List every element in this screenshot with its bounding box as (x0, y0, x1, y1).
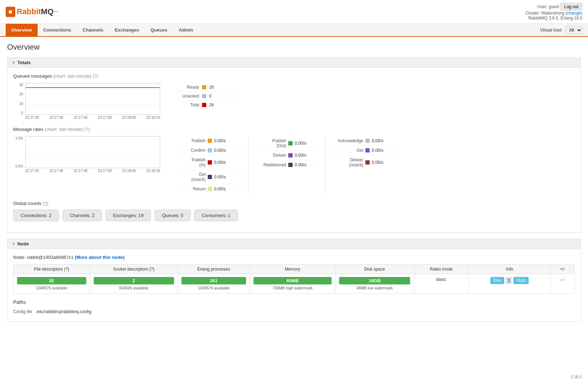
node-header[interactable]: ▼ Node (7, 239, 581, 249)
file-desc-cell: 32 1048576 available (13, 274, 90, 294)
unacked-color (202, 94, 206, 98)
rates-col3: Acknowledge 0.00/s Get 0.00/s Deliver(no… (328, 136, 399, 194)
memory-value: 60MB (254, 277, 331, 284)
count-exchanges[interactable]: Exchanges: 19 (105, 210, 151, 221)
rate-publish-out: Publish(Out) 0.00/s (251, 136, 322, 151)
stats-button[interactable]: Stats (513, 277, 529, 284)
rates-col2: Publish(Out) 0.00/s Deliver 0.00/s Redel… (251, 136, 322, 194)
node-body: Node: rabbit@1903ab6967c1 (More about th… (7, 249, 581, 321)
message-rates-chart (25, 136, 160, 168)
version-info: RabbitMQ 3.6.5, Erlang 19.0 (526, 16, 582, 21)
totals-body: Queued messages (chart: last minute) (?)… (7, 68, 581, 233)
col-erlang-proc: Erlang processes (178, 265, 250, 274)
vhost-select[interactable]: All (565, 26, 582, 34)
acknowledge-color (365, 139, 370, 143)
message-rates-title: Message rates (chart: last minute) (?) (13, 127, 575, 132)
info-cell: Disc 1 Stats (468, 274, 550, 294)
socket-desc-sub: 943626 available (119, 286, 148, 290)
path-config-row: Config file /etc/rabbitmq/rabbitmq.confi… (13, 308, 96, 316)
count-connections[interactable]: Connections: 2 (13, 210, 59, 221)
cluster-change-link[interactable]: (change) (566, 11, 582, 16)
logo-icon: ■ (6, 7, 15, 17)
erlang-proc-value: 261 (181, 277, 246, 284)
paths-title: Paths (13, 299, 575, 305)
message-rates-help[interactable]: (?) (84, 127, 90, 132)
col-plus-minus: +/- (551, 265, 575, 274)
rate-acknowledge: Acknowledge 0.00/s (328, 136, 399, 146)
num-button[interactable]: 1 (506, 277, 512, 284)
col-divider-2 (325, 136, 326, 194)
nav: Overview Connections Channels Exchanges … (0, 24, 588, 37)
plus-minus-toggle[interactable]: +/- (560, 277, 566, 283)
message-rates-chart-area: 1.0/s 0.0/s 22:17:20 22:17:30 22:17:4 (13, 136, 575, 194)
global-counts: Global counts (?) Connections: 2 Channel… (13, 201, 575, 221)
paths-table: Config file /etc/rabbitmq/rabbitmq.confi… (13, 308, 96, 316)
totals-header[interactable]: ▼ Totals (7, 58, 581, 68)
file-desc-value: 32 (17, 277, 86, 284)
nav-exchanges[interactable]: Exchanges (109, 24, 145, 36)
node-data-row: 32 1048576 available 2 943626 available … (13, 274, 575, 294)
col-disk-space: Disk space (335, 265, 414, 274)
counts-help[interactable]: (?) (43, 201, 48, 206)
nav-queues[interactable]: Queues (145, 24, 173, 36)
rate-redelivered: Redelivered 0.00/s (251, 160, 322, 170)
redelivered-color (288, 163, 293, 167)
col-rates-mode: Rates mode (414, 265, 469, 274)
publish-in-color (208, 160, 212, 165)
content: Overview ▼ Totals Queued messages (chart… (0, 37, 588, 333)
queued-messages-chart-wrapper: 30 20 10 0 (13, 83, 160, 120)
nav-admin[interactable]: Admin (173, 24, 198, 36)
col-memory: Memory (250, 265, 335, 274)
queued-x-labels: 22:17:20 22:17:30 22:17:40 22:17:50 22:1… (25, 116, 160, 120)
disk-space-value: 18GB (339, 277, 410, 284)
socket-desc-cell: 2 943626 available (90, 274, 178, 294)
header: ■ RabbitMQ™ User: guest Log out Cluster:… (0, 0, 588, 24)
rate-confirm: Confirm 0.00/s (174, 146, 245, 155)
plus-minus-cell: +/- (551, 274, 575, 294)
erlang-proc-sub: 1048576 available (198, 286, 229, 290)
erlang-proc-cell: 261 1048576 available (178, 274, 250, 294)
count-queues[interactable]: Queues: 5 (154, 210, 191, 221)
rate-publish: Publish 0.00/s (174, 136, 245, 146)
disc-button[interactable]: Disc (490, 277, 504, 284)
queued-messages-svg (26, 83, 160, 115)
queued-messages-help[interactable]: (?) (93, 73, 98, 79)
rates-mode-cell: basic (414, 274, 469, 294)
nav-overview[interactable]: Overview (6, 24, 38, 36)
totals-arrow: ▼ (12, 61, 15, 65)
rates-col1: Publish 0.00/s Confirm 0.00/s Publish(In… (174, 136, 245, 194)
node-title: Node (17, 241, 29, 246)
node-arrow: ▼ (12, 242, 15, 246)
totals-title: Totals (17, 60, 31, 65)
rate-get: Get 0.00/s (328, 146, 399, 155)
queued-messages-title: Queued messages (chart: last minute) (?) (13, 73, 575, 79)
count-consumers[interactable]: Consumers: 1 (194, 210, 238, 221)
totals-section: ▼ Totals Queued messages (chart: last mi… (7, 57, 581, 233)
node-more-link[interactable]: (More about this node) (75, 255, 125, 260)
rate-deliver: Deliver 0.00/s (251, 151, 322, 160)
nav-connections[interactable]: Connections (38, 24, 77, 36)
cluster-label: Cluster: (526, 11, 540, 16)
col-socket-desc: Socket descriptors (?) (90, 265, 178, 274)
logout-button[interactable]: Log out (560, 3, 582, 11)
stats-row-unacked: Unacked 0 (174, 92, 238, 101)
stats-row-ready: Ready 26 (174, 83, 238, 92)
count-channels[interactable]: Channels: 2 (62, 210, 102, 221)
rates-mode-value: basic (436, 277, 446, 282)
config-file-value: /etc/rabbitmq/rabbitmq.config (36, 308, 96, 316)
rate-get-noack: Get(noack) 0.00/s (174, 170, 245, 184)
queued-messages-chart-area: 30 20 10 0 (13, 83, 575, 120)
get-noack-color (208, 175, 212, 179)
queued-messages-chart (25, 83, 160, 115)
rates-x-labels: 22:17:20 22:17:30 22:17:40 22:17:50 22:1… (25, 169, 160, 173)
message-rates-chart-wrapper: 1.0/s 0.0/s 22:17:20 22:17:30 22:17:4 (13, 136, 160, 173)
file-desc-sub: 1048576 available (36, 286, 67, 290)
message-rates-svg (26, 137, 160, 168)
counts-title: Global counts (?) (13, 201, 575, 206)
confirm-color (208, 148, 212, 152)
nav-channels[interactable]: Channels (77, 24, 109, 36)
get-color (365, 148, 370, 152)
rate-return: Return 0.00/s (174, 184, 245, 194)
col-info: Info (468, 265, 550, 274)
vhost-label: Virtual host: (540, 28, 562, 33)
